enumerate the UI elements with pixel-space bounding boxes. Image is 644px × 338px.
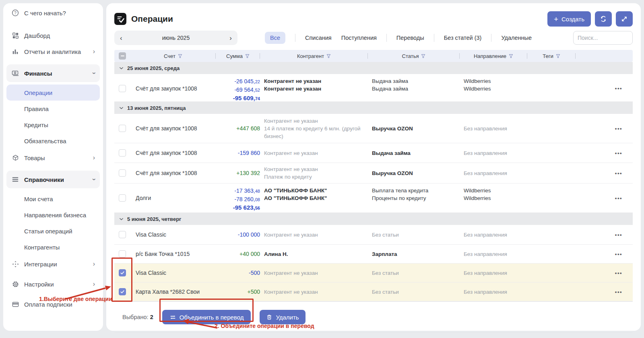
delete-button[interactable]: Удалить [260,310,305,324]
tab-no-articles[interactable]: Без статей (3) [444,35,482,41]
amount-cell: -159 860 [216,149,260,157]
article-cell: Выдача займа Выдача займа [368,74,460,93]
tab-divider [295,34,295,42]
article-cell: Без статьи [368,269,460,277]
counterparty-cell: АО "ТИНЬКОФФ БАНК" АО "ТИНЬКОФФ БАНК" [260,183,368,202]
counterparty-cell: Контрагент не указан [260,149,368,157]
expand-button[interactable] [616,11,633,27]
sidebar-item-counterparties[interactable]: Контрагенты [6,239,100,255]
column-header-account[interactable]: Счет [130,50,216,62]
search-input[interactable] [573,31,633,45]
dashboard-icon [11,31,19,39]
row-checkbox[interactable] [119,149,126,157]
column-header-tags[interactable]: Теги [527,50,576,62]
row-menu-button[interactable]: ••• [576,126,633,132]
table-row[interactable]: Счёт для закупок *1008 +130 392 Контраге… [114,163,633,183]
row-menu-button[interactable]: ••• [576,251,633,257]
create-button[interactable]: + Создать [547,11,591,27]
sidebar-item-business-directions[interactable]: Направления бизнеса [6,207,100,223]
sidebar-item-reports[interactable]: Отчеты и аналитика › [6,43,100,60]
row-checkbox[interactable] [119,288,126,295]
tab-incomes[interactable]: Поступления [341,35,377,41]
row-checkbox[interactable] [119,169,126,177]
table-row[interactable]: Visa Classic -100 000 Контрагент не указ… [114,225,633,245]
chevron-right-icon: › [93,261,95,267]
sidebar-item-rules[interactable]: Правила [6,101,100,117]
row-menu-button[interactable]: ••• [576,150,633,156]
row-checkbox[interactable] [119,85,126,92]
chevron-down-icon: › [91,178,97,180]
table-row-selected[interactable]: Карта Халва *2682 Свои +500 Контрагент н… [114,282,633,301]
expand-icon [621,15,628,23]
sidebar-item-integrations[interactable]: Интеграции › [6,256,100,272]
row-menu-button[interactable]: ••• [576,289,633,295]
table-row[interactable]: р/с Банк Точка *1015 +40 000 Алина Н. За… [114,245,633,264]
sidebar-item-goods[interactable]: Товары › [6,150,100,166]
row-checkbox[interactable] [119,194,126,202]
amount-cell: +130 392 [216,169,260,177]
row-checkbox[interactable] [119,250,126,258]
month-label[interactable]: июнь 2025 [122,35,230,41]
sidebar-item-getting-started[interactable]: ? С чего начать? [6,5,100,21]
sidebar-item-liabilities[interactable]: Обязательства [6,133,100,149]
table-row[interactable]: Долги -17 363,48 -78 260,08 -95 623,56 А… [114,183,633,213]
direction-cell: Без направления [460,125,527,132]
annotation-step2-text: 2. Объедините операции в перевод [215,323,314,329]
amount-cell: -100 000 [216,231,260,239]
row-checkbox[interactable] [119,125,126,132]
chevron-right-icon: › [93,281,95,287]
direction-cell: Без направления [460,288,527,296]
row-menu-button[interactable]: ••• [576,232,633,238]
chevron-down-icon [119,217,124,221]
row-menu-button[interactable]: ••• [576,170,633,176]
table-row[interactable]: Счёт для закупок *1008 -159 860 Контраге… [114,143,633,163]
select-all-checkbox[interactable] [119,52,126,60]
column-header-direction[interactable]: Направление [460,50,527,62]
row-checkbox[interactable] [119,231,126,238]
sidebar-item-settings[interactable]: Настройки › [6,276,100,292]
filter-icon [556,54,560,58]
sidebar-item-dashboard[interactable]: Дашборд [6,27,100,43]
article-cell: Без статьи [368,288,460,296]
sidebar-item-directories[interactable]: Справочники › [6,171,100,188]
direction-cell: Без направления [460,149,527,157]
sidebar-item-credits[interactable]: Кредиты [6,117,100,133]
row-menu-button[interactable]: ••• [576,85,633,91]
tab-deleted[interactable]: Удаленные [501,35,532,41]
question-icon: ? [11,9,19,17]
merge-to-transfer-button[interactable]: Объединить в перевод [162,310,251,324]
sidebar-item-operation-articles[interactable]: Статьи операций [6,223,100,239]
next-month-button[interactable]: › [229,35,232,41]
column-header-counterparty[interactable]: Контрагент [260,50,368,62]
tab-expenses[interactable]: Списания [305,35,332,41]
filter-icon [421,54,425,58]
row-checkbox[interactable] [119,269,126,276]
sidebar-item-finance[interactable]: Финансы › [6,64,100,82]
refresh-button[interactable] [595,11,612,27]
tags-cell [527,183,576,187]
table-row[interactable]: Счёт для закупок *1008 -26 045,22 -69 56… [114,74,633,102]
selection-footer: Выбрано: 2 Объединить в перевод Удалить [114,301,633,333]
sidebar-item-label: Обязательства [24,138,66,144]
row-menu-button[interactable]: ••• [576,195,633,201]
row-menu-button[interactable]: ••• [576,270,633,276]
table-row[interactable]: Счёт для закупок *1008 +447 608 Контраге… [114,114,633,143]
counterparty-cell: Контрагент не указан [260,269,368,277]
group-header[interactable]: 5 июня 2025, четверг [114,213,633,225]
tab-all[interactable]: Все [265,32,285,44]
amount-cell: -26 045,22 -69 564,52 -95 609,74 [216,74,260,103]
counterparty-cell: Контрагент не указан [260,231,368,239]
sidebar-item-my-accounts[interactable]: Мои счета [6,191,100,207]
table-row-selected[interactable]: Visa Classic -500 Контрагент не указан Б… [114,264,633,282]
group-header[interactable]: 13 июня 2025, пятница [114,102,633,114]
article-cell: Выручка OZON [368,169,460,177]
sidebar-item-operations[interactable]: Операции [6,84,100,101]
counterparty-cell: Контрагент не указан [260,288,368,296]
chevron-down-icon [119,66,124,70]
article-cell: Выдача займа [368,149,460,157]
tab-transfers[interactable]: Переводы [396,35,424,41]
column-header-article[interactable]: Статья [368,50,460,62]
direction-cell: Без направления [460,269,527,277]
group-header[interactable]: 25 июня 2025, среда [114,62,633,74]
column-header-amount[interactable]: Сумма [216,50,260,62]
